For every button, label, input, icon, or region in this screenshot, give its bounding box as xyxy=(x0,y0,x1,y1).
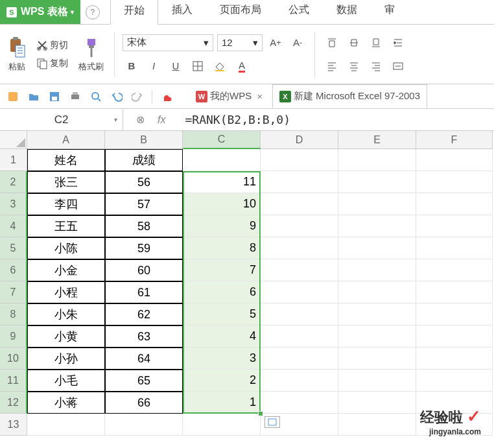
cell-C8[interactable]: 5 xyxy=(183,303,261,325)
cell-F9[interactable] xyxy=(416,325,493,348)
row-header-1[interactable]: 1 xyxy=(0,149,27,171)
cell-F11[interactable] xyxy=(416,370,493,392)
cell-A11[interactable]: 小毛 xyxy=(27,370,105,392)
doc-tab-0[interactable]: W我的WPS× xyxy=(189,84,270,108)
cell-F1[interactable] xyxy=(416,149,493,171)
cell-A9[interactable]: 小黄 xyxy=(27,325,105,348)
row-header-3[interactable]: 3 xyxy=(0,193,27,215)
font-select[interactable]: 宋体▾ xyxy=(123,34,213,51)
row-header-7[interactable]: 7 xyxy=(0,281,27,303)
cell-C1[interactable] xyxy=(183,149,261,171)
cell-A4[interactable]: 王五 xyxy=(27,215,105,237)
cell-A5[interactable]: 小陈 xyxy=(27,237,105,259)
copy-button[interactable]: 复制 xyxy=(34,56,71,71)
close-icon[interactable]: × xyxy=(257,91,263,102)
fx-icon[interactable]: fx xyxy=(158,114,165,126)
cell-D1[interactable] xyxy=(261,149,338,171)
cell-F5[interactable] xyxy=(416,237,493,259)
cell-C6[interactable]: 7 xyxy=(183,259,261,281)
align-right-button[interactable] xyxy=(367,58,385,75)
cell-D11[interactable] xyxy=(261,370,338,392)
row-header-2[interactable]: 2 xyxy=(0,171,27,193)
merge-button[interactable] xyxy=(389,58,407,75)
cell-A12[interactable]: 小蒋 xyxy=(27,392,105,414)
cell-E6[interactable] xyxy=(338,259,416,281)
print-preview-button[interactable] xyxy=(89,90,102,103)
doc-tab-1[interactable]: X新建 Microsoft Excel 97-2003 xyxy=(272,84,427,108)
cell-C13[interactable] xyxy=(183,414,261,436)
font-size-select[interactable]: 12▾ xyxy=(217,34,263,51)
border-button[interactable] xyxy=(189,58,207,75)
cell-B10[interactable]: 64 xyxy=(105,348,183,370)
cell-F8[interactable] xyxy=(416,303,493,325)
cell-A8[interactable]: 小朱 xyxy=(27,303,105,325)
cell-C11[interactable]: 2 xyxy=(183,370,261,392)
italic-button[interactable]: I xyxy=(145,58,163,75)
row-header-13[interactable]: 13 xyxy=(0,414,27,436)
col-header-F[interactable]: F xyxy=(416,131,493,149)
align-bottom-button[interactable] xyxy=(367,34,385,51)
cell-D4[interactable] xyxy=(261,215,338,237)
row-header-10[interactable]: 10 xyxy=(0,348,27,370)
name-box[interactable]: C2 ▾ xyxy=(0,109,123,130)
col-header-B[interactable]: B xyxy=(105,131,183,149)
cell-A1[interactable]: 姓名 xyxy=(27,149,105,171)
cell-D8[interactable] xyxy=(261,303,338,325)
cell-C7[interactable]: 6 xyxy=(183,281,261,303)
menu-tab-2[interactable]: 页面布局 xyxy=(206,0,275,24)
row-header-8[interactable]: 8 xyxy=(0,303,27,325)
select-all-cell[interactable] xyxy=(0,131,27,149)
cell-B13[interactable] xyxy=(105,414,183,436)
cell-A10[interactable]: 小孙 xyxy=(27,348,105,370)
autofill-options-button[interactable] xyxy=(265,416,280,428)
cell-F4[interactable] xyxy=(416,215,493,237)
cell-B5[interactable]: 59 xyxy=(105,237,183,259)
open-button[interactable] xyxy=(27,90,40,103)
col-header-D[interactable]: D xyxy=(261,131,338,149)
cell-E12[interactable] xyxy=(338,392,416,414)
cell-B1[interactable]: 成绩 xyxy=(105,149,183,171)
format-painter-button[interactable]: 格式刷 xyxy=(76,34,106,75)
menu-tab-3[interactable]: 公式 xyxy=(275,0,323,24)
cell-E3[interactable] xyxy=(338,193,416,215)
cell-E9[interactable] xyxy=(338,325,416,348)
cell-B7[interactable]: 61 xyxy=(105,281,183,303)
cell-C2[interactable]: 11 xyxy=(183,171,261,193)
cell-D5[interactable] xyxy=(261,237,338,259)
row-header-12[interactable]: 12 xyxy=(0,392,27,414)
cell-D3[interactable] xyxy=(261,193,338,215)
cell-B8[interactable]: 62 xyxy=(105,303,183,325)
cell-D2[interactable] xyxy=(261,171,338,193)
cell-F3[interactable] xyxy=(416,193,493,215)
cell-D10[interactable] xyxy=(261,348,338,370)
cell-E7[interactable] xyxy=(338,281,416,303)
cell-A2[interactable]: 张三 xyxy=(27,171,105,193)
redo-button[interactable] xyxy=(131,90,144,103)
align-middle-button[interactable] xyxy=(345,34,363,51)
indent-button[interactable] xyxy=(389,34,407,51)
cell-C10[interactable]: 3 xyxy=(183,348,261,370)
col-header-C[interactable]: C xyxy=(183,131,261,149)
cell-C5[interactable]: 8 xyxy=(183,237,261,259)
underline-button[interactable]: U xyxy=(167,58,185,75)
cell-F7[interactable] xyxy=(416,281,493,303)
cell-A13[interactable] xyxy=(27,414,105,436)
help-icon[interactable]: ? xyxy=(86,5,100,19)
cell-F2[interactable] xyxy=(416,171,493,193)
new-button[interactable] xyxy=(6,90,19,103)
decrease-font-button[interactable]: A- xyxy=(288,34,307,51)
cancel-icon[interactable]: ⊗ xyxy=(136,113,145,126)
fill-handle[interactable] xyxy=(258,411,263,416)
cell-E4[interactable] xyxy=(338,215,416,237)
app-badge[interactable]: S WPS 表格 ▾ xyxy=(0,0,80,24)
cloud-button[interactable] xyxy=(160,90,173,103)
row-header-5[interactable]: 5 xyxy=(0,237,27,259)
cell-D7[interactable] xyxy=(261,281,338,303)
cell-B2[interactable]: 56 xyxy=(105,171,183,193)
paste-button[interactable]: 粘贴 xyxy=(5,34,29,75)
cell-C12[interactable]: 1 xyxy=(183,392,261,414)
align-left-button[interactable] xyxy=(323,58,341,75)
cell-C4[interactable]: 9 xyxy=(183,215,261,237)
cell-F6[interactable] xyxy=(416,259,493,281)
row-header-6[interactable]: 6 xyxy=(0,259,27,281)
